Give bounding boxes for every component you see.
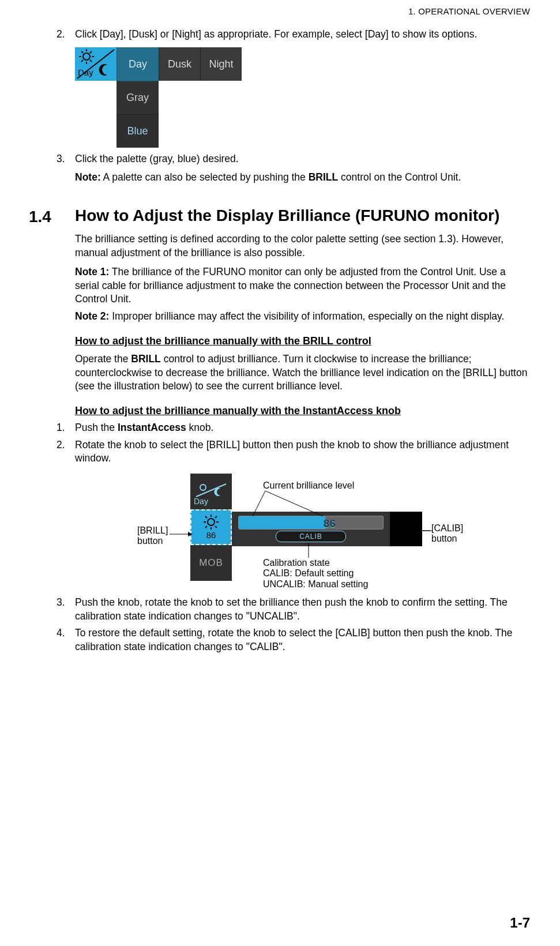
suba-text-a: Operate the (75, 353, 131, 365)
palette-day-tile: Day (116, 47, 159, 81)
note-label: Note: (75, 171, 101, 183)
leader-lines-icon (248, 491, 340, 516)
ann-current-level: Current brilliance level (263, 480, 354, 491)
palette-dusk-tile: Dusk (159, 47, 200, 81)
brilliance-adjustment-figure: Day 86 MOB (75, 470, 530, 596)
step-3-num: 3. (57, 152, 65, 166)
note-1: Note 1: The brilliance of the FURUNO mon… (75, 265, 530, 306)
ia-step-1: 1. Push the InstantAccess knob. (75, 421, 530, 435)
palette-gray-tile: Gray (116, 81, 159, 114)
brill-button-tile: 86 (190, 509, 232, 545)
section-number: 1.4 (29, 206, 75, 228)
subhead-brill-control-text: Operate the BRILL control to adjust bril… (75, 352, 530, 393)
palette-blue-tile: Blue (116, 114, 159, 148)
ia-step-2-num: 2. (57, 438, 65, 452)
note-1-label: Note 1: (75, 266, 109, 277)
step-2-num: 2. (57, 28, 65, 42)
fig2-day-label: Day (194, 496, 208, 507)
suba-bold: BRILL (131, 353, 161, 365)
note-1-text: The brilliance of the FURUNO monitor can… (75, 266, 506, 305)
brilliance-slider-panel: 86 CALIB (232, 512, 390, 546)
ia-step-3-text: Push the knob, rotate the knob to set th… (75, 596, 508, 622)
ia-step-1-bold: InstantAccess (118, 422, 186, 433)
step-2-text: Click [Day], [Dusk] or [Night] as approp… (75, 28, 477, 40)
ann-brill-btn: [BRILL]button (137, 525, 168, 547)
palette-menu-figure: Day Day Dusk Night Gray Blue (75, 47, 250, 148)
ann-calib-btn: [CALIB]button (431, 523, 463, 545)
note-text-a: A palette can also be selected by pushin… (101, 171, 309, 183)
note-2: Note 2: Improper brilliance may affect t… (75, 310, 530, 324)
ia-step-3: 3. Push the knob, rotate the knob to set… (75, 596, 530, 623)
svg-marker-22 (188, 532, 193, 536)
note-2-label: Note 2: (75, 310, 109, 322)
section-intro: The brilliance setting is defined accord… (75, 232, 530, 260)
ia-step-2: 2. Rotate the knob to select the [BRILL]… (75, 438, 530, 466)
day-night-toggle-label: Day (78, 67, 93, 78)
svg-line-9 (90, 51, 92, 53)
mob-tile: MOB (190, 545, 232, 581)
step-3: 3. Click the palette (gray, blue) desire… (75, 152, 530, 166)
palette-note: Note: A palette can also be selected by … (75, 171, 530, 185)
ia-step-4: 4. To restore the default setting, rotat… (75, 626, 530, 654)
svg-line-23 (265, 491, 323, 516)
brill-value: 86 (206, 530, 216, 541)
ia-step-1-text-a: Push the (75, 422, 118, 433)
brilliance-slider: 86 (238, 516, 384, 530)
svg-line-20 (215, 516, 217, 518)
svg-point-1 (83, 53, 90, 60)
svg-point-12 (208, 519, 215, 525)
ann-calib-state: Calibration state CALIB: Default setting… (263, 558, 368, 590)
svg-line-24 (248, 491, 265, 516)
page-number: 1-7 (510, 914, 530, 932)
sun-icon (202, 513, 220, 531)
note-text-b: control on the Control Unit. (338, 171, 461, 183)
svg-line-17 (205, 516, 207, 518)
ia-step-3-num: 3. (57, 596, 65, 610)
arrow-icon (170, 531, 193, 537)
ia-step-4-text: To restore the default setting, rotate t… (75, 627, 513, 652)
ia-step-2-text: Rotate the knob to select the [BRILL] bu… (75, 439, 509, 464)
step-3-text: Click the palette (gray, blue) desired. (75, 153, 239, 164)
day-night-toggle-tile: Day (75, 47, 116, 81)
fig2-day-tile: Day (190, 474, 232, 509)
svg-line-7 (90, 60, 92, 62)
subhead-instantaccess: How to adjust the brilliance manually wi… (75, 404, 530, 418)
svg-line-18 (215, 526, 217, 528)
svg-point-11 (200, 485, 206, 490)
leader-line-icon (306, 543, 311, 558)
brilliance-slider-value: 86 (324, 516, 336, 531)
arrow-line-icon (422, 528, 433, 534)
note-brill-bold: BRILL (309, 171, 339, 183)
calib-pill: CALIB (276, 531, 346, 542)
palette-night-tile: Night (200, 47, 242, 81)
svg-marker-27 (407, 528, 412, 533)
ia-step-4-num: 4. (57, 626, 65, 640)
svg-line-6 (81, 51, 83, 53)
step-2: 2. Click [Day], [Dusk] or [Night] as app… (75, 28, 530, 42)
running-header: 1. OPERATIONAL OVERVIEW (29, 6, 530, 17)
svg-line-8 (81, 60, 83, 62)
note-2-text: Improper brilliance may affect the visib… (109, 310, 504, 322)
svg-line-19 (205, 526, 207, 528)
ia-step-1-num: 1. (57, 421, 65, 435)
section-title: How to Adjust the Display Brilliance (FU… (75, 206, 530, 228)
subhead-brill-control: How to adjust the brilliance manually wi… (75, 334, 530, 348)
ia-step-1-text-b: knob. (186, 422, 214, 433)
